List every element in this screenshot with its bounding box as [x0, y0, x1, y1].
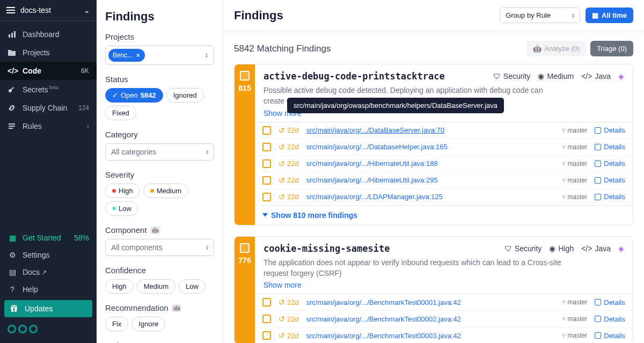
- box-icon: [595, 194, 601, 200]
- row-file-path[interactable]: src/main/java/org/.../DatabaseHelper.jav…: [306, 143, 562, 151]
- row-details-link[interactable]: Details: [595, 332, 625, 340]
- chevron-right-icon: ›: [87, 122, 89, 130]
- hamburger-icon[interactable]: [6, 5, 15, 15]
- history-icon: ↺: [279, 315, 285, 323]
- footer-label: Settings: [23, 251, 50, 259]
- nav-secrets[interactable]: Secretsbeta: [0, 80, 97, 99]
- history-icon: ↺: [279, 126, 285, 135]
- branch-icon: ⑂: [562, 332, 566, 339]
- row-checkbox[interactable]: [262, 298, 271, 306]
- footer-help[interactable]: ? Help: [0, 281, 97, 298]
- severity-badge: ◉Medium: [538, 72, 574, 81]
- folder-icon: [8, 49, 17, 56]
- chevron-down-icon[interactable]: ⌄: [84, 6, 90, 14]
- rec-ignore-chip[interactable]: Ignore: [131, 317, 165, 331]
- row-checkbox[interactable]: [262, 193, 271, 201]
- nav-projects[interactable]: Projects: [0, 43, 97, 62]
- status-fixed-chip[interactable]: Fixed: [105, 106, 136, 120]
- row-details-link[interactable]: Details: [595, 176, 625, 184]
- nav-supply-chain[interactable]: Supply Chain 124: [0, 99, 97, 117]
- rec-fix-chip[interactable]: Fix: [105, 317, 128, 331]
- chip-label: High: [112, 282, 127, 290]
- row-checkbox[interactable]: [262, 176, 271, 185]
- chip-remove-icon[interactable]: ×: [136, 51, 140, 60]
- row-details-link[interactable]: Details: [595, 159, 625, 167]
- row-details-link[interactable]: Details: [595, 315, 625, 323]
- footer-settings[interactable]: ⚙ Settings: [0, 246, 97, 264]
- branch-icon: ⑂: [562, 193, 566, 201]
- finding-row: ↺ 22d src/main/java/org/.../HibernateUti…: [255, 155, 633, 172]
- filter-component-label: Component🤖: [105, 225, 214, 235]
- row-branch: ⑂master: [562, 127, 588, 134]
- row-checkbox[interactable]: [262, 126, 271, 135]
- row-checkbox[interactable]: [262, 159, 271, 168]
- row-file-path[interactable]: src/main/java/org/.../BenchmarkTest00003…: [306, 332, 562, 340]
- confidence-low-chip[interactable]: Low: [179, 279, 206, 294]
- sidebar-header[interactable]: docs-test ⌄: [0, 0, 97, 21]
- chip-label: Ignore: [138, 320, 158, 328]
- component-select[interactable]: All components ▴▾: [105, 239, 214, 256]
- row-branch: ⑂master: [562, 177, 588, 184]
- footer-label: Docs: [23, 268, 40, 276]
- analyze-button[interactable]: 🤖 Analyze (0): [526, 41, 586, 56]
- row-details-link[interactable]: Details: [595, 143, 625, 151]
- row-file-path[interactable]: src/main/java/org/.../BenchmarkTest00002…: [306, 315, 562, 323]
- severity-high-chip[interactable]: High: [105, 184, 140, 198]
- status-open-chip[interactable]: ✓ Open 5842: [105, 88, 163, 103]
- footer-docs[interactable]: ▤ Docs ↗: [0, 264, 97, 281]
- row-details-link[interactable]: Details: [595, 298, 625, 306]
- key-icon: [8, 85, 17, 93]
- finding-checkbox[interactable]: [240, 71, 250, 81]
- row-details-link[interactable]: Details: [595, 193, 625, 201]
- nav-label: Dashboard: [23, 30, 89, 39]
- finding-count: 776: [238, 256, 251, 265]
- triage-button[interactable]: Triage (0): [590, 41, 633, 56]
- severity-badge: ◉High: [549, 244, 574, 253]
- nav-rules[interactable]: Rules ›: [0, 117, 97, 135]
- category-select[interactable]: All categories ▴▾: [105, 143, 214, 160]
- row-file-path[interactable]: src/main/java/org/.../HibernateUtil.java…: [306, 176, 562, 184]
- row-file-path[interactable]: src/main/java/org/.../LDAPManager.java:1…: [306, 193, 562, 201]
- all-time-button[interactable]: ▦ All time: [586, 8, 633, 23]
- group-by-select[interactable]: Group by Rule ▴▾: [500, 8, 580, 23]
- filter-severity-label: Severity: [105, 170, 214, 179]
- select-chevron-icon: ▴▾: [206, 149, 208, 155]
- row-checkbox[interactable]: [262, 143, 271, 151]
- sidebar-footer: ▦ Get Started 58% ⚙ Settings ▤ Docs ↗ ? …: [0, 229, 97, 343]
- show-more-link[interactable]: Show more: [264, 281, 302, 289]
- finding-count: 815: [238, 84, 251, 92]
- finding-checkbox[interactable]: [240, 243, 250, 253]
- shield-icon: 🛡: [504, 244, 512, 253]
- status-ignored-chip[interactable]: Ignored: [166, 88, 204, 103]
- box-icon: [595, 299, 601, 305]
- row-age: 22d: [287, 159, 299, 167]
- severity-medium-chip[interactable]: Medium: [143, 184, 188, 198]
- nav-code[interactable]: </> Code 6K: [0, 62, 97, 80]
- chip-label: Medium: [157, 187, 181, 195]
- select-chevron-icon[interactable]: ▴▾: [206, 53, 211, 58]
- footer-updates[interactable]: Updates: [4, 300, 92, 317]
- row-file-path[interactable]: src/main/java/org/.../BenchmarkTest00001…: [306, 298, 562, 306]
- nav-group: Dashboard Projects </> Code 6K Secretsbe…: [0, 21, 97, 140]
- chip-label: Open: [121, 91, 138, 99]
- projects-select[interactable]: Benc... × ▴▾: [105, 46, 214, 65]
- chip-label: Medium: [144, 282, 169, 290]
- row-details-link[interactable]: Details: [595, 126, 625, 134]
- footer-get-started[interactable]: ▦ Get Started 58%: [0, 229, 97, 246]
- confidence-high-chip[interactable]: High: [105, 279, 134, 294]
- confidence-medium-chip[interactable]: Medium: [137, 279, 175, 294]
- row-file-path[interactable]: src/main/java/org/.../DataBaseServer.jav…: [306, 126, 562, 134]
- select-chevron-icon: ▴▾: [572, 13, 574, 18]
- results-header: 5842 Matching Findings 🤖 Analyze (0) Tri…: [234, 41, 633, 56]
- nav-dashboard[interactable]: Dashboard: [0, 25, 97, 43]
- severity-low-chip[interactable]: Low: [105, 201, 138, 216]
- row-age: 22d: [287, 193, 299, 201]
- row-file-path[interactable]: src/main/java/org/.../HibernateUtil.java…: [306, 159, 562, 167]
- filter-action-label: Action: [105, 341, 214, 343]
- shield-icon: 🛡: [493, 72, 501, 81]
- finding-head: active-debug-code-printstacktrace 🛡Secur…: [255, 64, 633, 122]
- project-chip[interactable]: Benc... ×: [108, 49, 145, 62]
- show-more-findings[interactable]: Show 810 more findings: [255, 205, 633, 225]
- row-checkbox[interactable]: [262, 331, 271, 340]
- row-checkbox[interactable]: [262, 315, 271, 323]
